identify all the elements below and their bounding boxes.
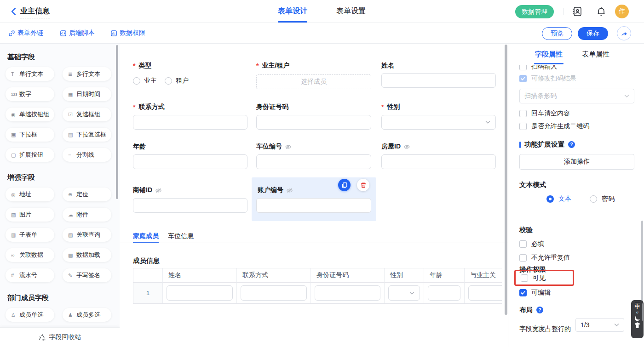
scan-input-checkbox-row[interactable]: 扫码输入 xyxy=(519,65,557,71)
account-no-input[interactable] xyxy=(256,198,371,213)
translate-icon[interactable]: 中 xyxy=(635,303,640,310)
gender-select[interactable] xyxy=(381,115,496,130)
table-cell-input[interactable] xyxy=(315,285,380,301)
select-member-button[interactable]: 选择成员 xyxy=(256,74,371,89)
data-permission-link[interactable]: 数据权限 xyxy=(110,29,145,37)
text-mode-option-text[interactable]: 文本 xyxy=(546,194,571,204)
field-item-datetime[interactable]: ▦日期时间 xyxy=(63,87,111,101)
field-recycle-bin[interactable]: 字段回收站 xyxy=(0,327,120,347)
required-checkbox-row[interactable]: 必填 xyxy=(519,239,544,249)
field-item-checkbox-group[interactable]: ☑复选框组 xyxy=(63,108,111,121)
radio-icon[interactable] xyxy=(133,77,140,85)
table-cell[interactable] xyxy=(311,283,385,303)
no-duplicate-checkbox-row[interactable]: 不允许重复值 xyxy=(519,253,570,262)
share-button[interactable] xyxy=(617,26,631,40)
radio-icon[interactable] xyxy=(590,195,597,203)
radio-option-owner[interactable]: 业主 xyxy=(133,77,157,85)
checkbox-icon[interactable] xyxy=(519,110,527,117)
notification-bell-icon[interactable] xyxy=(596,6,607,17)
house-id-input[interactable] xyxy=(381,154,496,169)
subform-tab-parking[interactable]: 车位信息 xyxy=(168,232,194,240)
canvas-scrollbar[interactable] xyxy=(505,45,507,315)
scan-type-select[interactable]: 扫描条形码 xyxy=(519,89,634,103)
tab-field-properties[interactable]: 字段属性 xyxy=(534,50,564,59)
table-cell[interactable] xyxy=(237,283,311,303)
field-item-member-multi[interactable]: ♟成员多选 xyxy=(63,308,111,322)
allow-qrcode-row[interactable]: 是否允许生成二维码 xyxy=(519,122,589,131)
field-item-multi-select[interactable]: ▤下拉复选框 xyxy=(63,128,111,142)
table-cell[interactable] xyxy=(163,283,237,303)
field-item-subform[interactable]: ▥子表单 xyxy=(6,228,54,242)
field-item-attachment[interactable]: ☁附件 xyxy=(63,208,111,222)
field-item-image[interactable]: ▧图片 xyxy=(6,208,54,222)
tab-form-design[interactable]: 表单设计 xyxy=(278,6,307,16)
checkbox-checked-icon[interactable] xyxy=(519,75,527,82)
checkbox-icon[interactable] xyxy=(519,65,527,70)
loop-icon[interactable]: ơ xyxy=(636,310,638,314)
help-question-icon[interactable]: ? xyxy=(536,307,543,313)
table-cell-select[interactable] xyxy=(388,285,420,301)
delete-field-button[interactable] xyxy=(357,179,369,191)
table-cell[interactable] xyxy=(385,283,424,303)
field-item-relation-query[interactable]: ▨关联查询 xyxy=(63,228,111,242)
copy-field-button[interactable] xyxy=(338,179,351,191)
user-avatar[interactable]: 作 xyxy=(615,5,629,18)
form-external-link[interactable]: 表单外链 xyxy=(8,29,43,37)
field-item-member-single[interactable]: ♙成员单选 xyxy=(6,308,54,322)
field-item-relation-data[interactable]: ∞关联数据 xyxy=(6,248,54,262)
field-item-radio-group[interactable]: ◉单选按钮组 xyxy=(6,108,54,121)
field-item-divider[interactable]: ≡分割线 xyxy=(63,148,111,162)
field-item-single-line-text[interactable]: T单行文本 xyxy=(6,67,54,81)
clear-on-enter-row[interactable]: 回车清空内容 xyxy=(519,109,570,118)
subform-tab-family[interactable]: 家庭成员 xyxy=(133,232,159,240)
save-button[interactable]: 保存 xyxy=(578,27,608,40)
sidebar-scrollbar[interactable] xyxy=(116,45,118,199)
page-title[interactable]: 业主信息 xyxy=(20,6,50,18)
field-item-location[interactable]: ⊕定位 xyxy=(63,188,111,201)
table-cell-input[interactable] xyxy=(241,285,307,301)
modify-scan-result-row[interactable]: 可修改扫码结果 xyxy=(519,74,576,83)
contacts-book-icon[interactable] xyxy=(572,6,583,17)
radio-option-tenant[interactable]: 租户 xyxy=(165,77,189,85)
field-item-signature[interactable]: ✎手写签名 xyxy=(63,268,111,282)
radio-icon[interactable] xyxy=(165,77,172,85)
name-input[interactable] xyxy=(381,73,496,88)
age-input[interactable] xyxy=(133,154,247,169)
field-item-select[interactable]: ▣下拉框 xyxy=(6,128,54,142)
id-number-input[interactable] xyxy=(256,115,371,130)
checkbox-checked-icon[interactable] xyxy=(519,289,527,296)
table-cell[interactable] xyxy=(465,283,502,303)
panel-scrollbar[interactable] xyxy=(641,221,643,303)
shop-id-input[interactable] xyxy=(133,198,247,213)
checkbox-icon[interactable] xyxy=(519,240,527,248)
theme-shirt-icon[interactable] xyxy=(634,322,641,329)
table-cell-input[interactable] xyxy=(167,285,233,301)
backend-script-link[interactable]: 后端脚本 xyxy=(60,29,95,37)
checkbox-icon[interactable] xyxy=(519,254,527,262)
field-item-serial-number[interactable]: #流水号 xyxy=(6,268,54,282)
back-button[interactable] xyxy=(9,7,18,16)
table-cell[interactable] xyxy=(424,283,465,303)
contact-input[interactable] xyxy=(133,115,247,130)
browser-extension-widget[interactable]: 中 ơ xyxy=(631,300,644,338)
parking-no-input[interactable] xyxy=(256,154,371,169)
field-width-select[interactable]: 1/3 xyxy=(575,318,624,332)
help-question-icon[interactable]: ? xyxy=(568,141,575,148)
table-cell-input[interactable] xyxy=(468,285,502,301)
dark-mode-moon-icon[interactable] xyxy=(634,315,641,322)
field-item-number[interactable]: 123数字 xyxy=(6,87,54,101)
field-item-data-load[interactable]: ▩数据加载 xyxy=(63,248,111,262)
preview-button[interactable]: 预览 xyxy=(542,27,572,40)
checkbox-icon[interactable] xyxy=(519,123,527,130)
editable-checkbox-row[interactable]: 可编辑 xyxy=(519,288,551,297)
text-mode-option-password[interactable]: 密码 xyxy=(590,194,615,204)
field-item-address[interactable]: ◎地址 xyxy=(6,188,54,201)
radio-selected-icon[interactable] xyxy=(546,195,554,203)
data-manage-button[interactable]: 数据管理 xyxy=(515,5,554,18)
tab-form-properties[interactable]: 表单属性 xyxy=(581,50,610,59)
checkbox-icon[interactable] xyxy=(521,274,528,282)
field-item-extend-button[interactable]: ▢扩展按钮 xyxy=(6,148,54,162)
table-cell-input[interactable] xyxy=(428,285,460,301)
add-action-button[interactable]: 添加操作 xyxy=(519,154,634,170)
field-item-multi-line-text[interactable]: ≣多行文本 xyxy=(63,67,111,81)
